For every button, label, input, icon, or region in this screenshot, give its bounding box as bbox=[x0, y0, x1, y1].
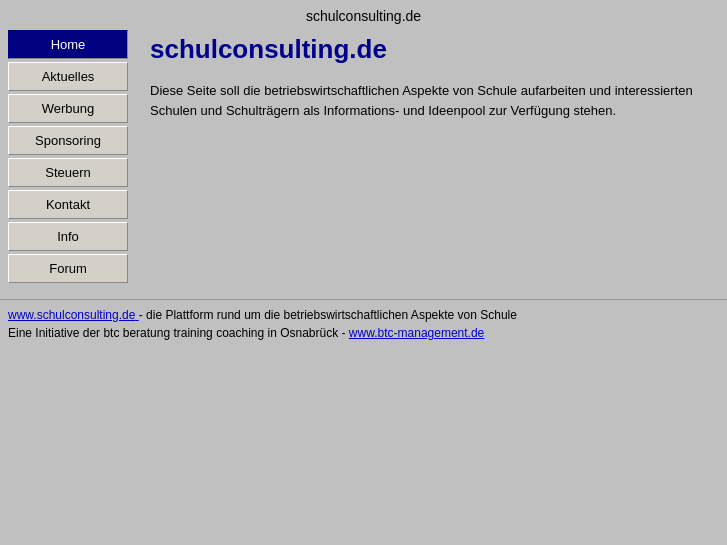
main-body-text: Diese Seite soll die betriebswirtschaftl… bbox=[150, 81, 711, 120]
sidebar-btn-sponsoring[interactable]: Sponsoring bbox=[8, 126, 128, 155]
sidebar-btn-forum[interactable]: Forum bbox=[8, 254, 128, 283]
sidebar-btn-info[interactable]: Info bbox=[8, 222, 128, 251]
sidebar-btn-steuern[interactable]: Steuern bbox=[8, 158, 128, 187]
page-title-bar: schulconsulting.de bbox=[0, 0, 727, 30]
sidebar-btn-aktuelles[interactable]: Aktuelles bbox=[8, 62, 128, 91]
footer: www.schulconsulting.de - die Plattform r… bbox=[0, 299, 727, 348]
sidebar-btn-kontakt[interactable]: Kontakt bbox=[8, 190, 128, 219]
sidebar-btn-werbung[interactable]: Werbung bbox=[8, 94, 128, 123]
sidebar-btn-home[interactable]: Home bbox=[8, 30, 128, 59]
footer-line-1: www.schulconsulting.de - die Plattform r… bbox=[8, 308, 719, 322]
footer-line-2: Eine Initiative der btc beratung trainin… bbox=[8, 326, 719, 340]
sidebar: HomeAktuellesWerbungSponsoringSteuernKon… bbox=[0, 30, 140, 283]
browser-title: schulconsulting.de bbox=[306, 8, 421, 24]
main-heading: schulconsulting.de bbox=[150, 34, 711, 65]
footer-link-btc[interactable]: www.btc-management.de bbox=[349, 326, 484, 340]
main-content: schulconsulting.de Diese Seite soll die … bbox=[140, 30, 727, 283]
footer-link-schulconsulting[interactable]: www.schulconsulting.de bbox=[8, 308, 139, 322]
